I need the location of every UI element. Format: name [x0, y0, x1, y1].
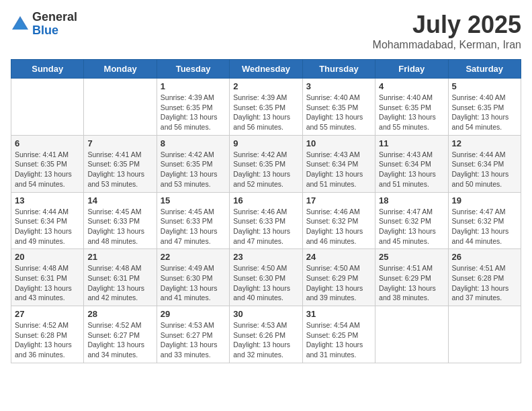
- calendar-week-1: 1Sunrise: 4:39 AMSunset: 6:35 PMDaylight…: [11, 79, 521, 136]
- day-number: 6: [15, 138, 80, 148]
- day-info: Sunrise: 4:52 AMSunset: 6:28 PMDaylight:…: [15, 320, 80, 360]
- calendar-cell: 15Sunrise: 4:45 AMSunset: 6:33 PMDayligh…: [157, 192, 229, 249]
- day-number: 20: [15, 252, 80, 262]
- day-number: 28: [87, 309, 152, 319]
- weekday-header-wednesday: Wednesday: [230, 60, 302, 79]
- calendar-cell: 9Sunrise: 4:42 AMSunset: 6:35 PMDaylight…: [230, 135, 302, 192]
- calendar-cell: 28Sunrise: 4:52 AMSunset: 6:27 PMDayligh…: [84, 306, 157, 363]
- logo-blue-text: Blue: [32, 24, 77, 38]
- calendar-cell: 29Sunrise: 4:53 AMSunset: 6:27 PMDayligh…: [157, 306, 229, 363]
- day-info: Sunrise: 4:41 AMSunset: 6:35 PMDaylight:…: [87, 150, 152, 189]
- day-number: 5: [452, 81, 517, 91]
- calendar-cell: 7Sunrise: 4:41 AMSunset: 6:35 PMDaylight…: [84, 135, 157, 192]
- calendar-cell: 12Sunrise: 4:44 AMSunset: 6:34 PMDayligh…: [448, 135, 521, 192]
- day-number: 15: [161, 195, 226, 205]
- day-number: 3: [306, 81, 371, 91]
- day-info: Sunrise: 4:54 AMSunset: 6:25 PMDaylight:…: [306, 320, 371, 360]
- calendar-cell: 19Sunrise: 4:47 AMSunset: 6:32 PMDayligh…: [448, 192, 521, 249]
- day-number: 30: [233, 309, 298, 319]
- day-info: Sunrise: 4:49 AMSunset: 6:30 PMDaylight:…: [161, 263, 226, 303]
- day-info: Sunrise: 4:44 AMSunset: 6:34 PMDaylight:…: [15, 207, 80, 246]
- day-info: Sunrise: 4:46 AMSunset: 6:33 PMDaylight:…: [233, 207, 298, 246]
- day-info: Sunrise: 4:40 AMSunset: 6:35 PMDaylight:…: [379, 93, 444, 132]
- day-info: Sunrise: 4:42 AMSunset: 6:35 PMDaylight:…: [233, 150, 298, 189]
- logo-text: General Blue: [32, 11, 77, 38]
- day-number: 8: [161, 138, 226, 148]
- calendar-cell: 27Sunrise: 4:52 AMSunset: 6:28 PMDayligh…: [11, 306, 84, 363]
- day-number: 16: [233, 195, 298, 205]
- calendar-cell: 26Sunrise: 4:51 AMSunset: 6:28 PMDayligh…: [448, 249, 521, 306]
- title-block: July 2025 Mohammadabad, Kerman, Iran: [373, 11, 521, 51]
- calendar-cell: 1Sunrise: 4:39 AMSunset: 6:35 PMDaylight…: [157, 79, 229, 136]
- calendar-cell: 5Sunrise: 4:40 AMSunset: 6:35 PMDaylight…: [448, 79, 521, 136]
- day-info: Sunrise: 4:53 AMSunset: 6:26 PMDaylight:…: [233, 320, 298, 360]
- day-number: 23: [233, 252, 298, 262]
- day-number: 27: [15, 309, 80, 319]
- calendar-cell: 21Sunrise: 4:48 AMSunset: 6:31 PMDayligh…: [84, 249, 157, 306]
- day-info: Sunrise: 4:39 AMSunset: 6:35 PMDaylight:…: [233, 93, 298, 132]
- calendar-cell: 6Sunrise: 4:41 AMSunset: 6:35 PMDaylight…: [11, 135, 84, 192]
- day-number: 29: [161, 309, 226, 319]
- calendar-cell: 8Sunrise: 4:42 AMSunset: 6:35 PMDaylight…: [157, 135, 229, 192]
- day-info: Sunrise: 4:52 AMSunset: 6:27 PMDaylight:…: [87, 320, 152, 360]
- calendar-body: 1Sunrise: 4:39 AMSunset: 6:35 PMDaylight…: [11, 79, 521, 363]
- calendar-cell: 3Sunrise: 4:40 AMSunset: 6:35 PMDaylight…: [302, 79, 375, 136]
- logo: General Blue: [11, 11, 77, 38]
- calendar-cell: 23Sunrise: 4:50 AMSunset: 6:30 PMDayligh…: [230, 249, 302, 306]
- logo-general-text: General: [32, 11, 77, 24]
- calendar-cell: 2Sunrise: 4:39 AMSunset: 6:35 PMDaylight…: [230, 79, 302, 136]
- day-info: Sunrise: 4:53 AMSunset: 6:27 PMDaylight:…: [161, 320, 226, 360]
- weekday-header-sunday: Sunday: [11, 60, 84, 79]
- day-number: 17: [306, 195, 371, 205]
- calendar-cell: [448, 306, 521, 363]
- calendar-cell: 18Sunrise: 4:47 AMSunset: 6:32 PMDayligh…: [375, 192, 448, 249]
- weekday-row: SundayMondayTuesdayWednesdayThursdayFrid…: [11, 60, 521, 79]
- day-number: 7: [87, 138, 152, 148]
- day-info: Sunrise: 4:43 AMSunset: 6:34 PMDaylight:…: [379, 150, 444, 189]
- weekday-header-thursday: Thursday: [302, 60, 375, 79]
- calendar-cell: [375, 306, 448, 363]
- day-number: 22: [161, 252, 226, 262]
- day-number: 4: [379, 81, 444, 91]
- weekday-header-monday: Monday: [84, 60, 157, 79]
- day-number: 18: [379, 195, 444, 205]
- calendar-cell: 30Sunrise: 4:53 AMSunset: 6:26 PMDayligh…: [230, 306, 302, 363]
- day-number: 25: [379, 252, 444, 262]
- day-info: Sunrise: 4:47 AMSunset: 6:32 PMDaylight:…: [379, 207, 444, 246]
- day-number: 13: [15, 195, 80, 205]
- day-info: Sunrise: 4:50 AMSunset: 6:30 PMDaylight:…: [233, 263, 298, 303]
- weekday-header-saturday: Saturday: [448, 60, 521, 79]
- calendar-cell: 11Sunrise: 4:43 AMSunset: 6:34 PMDayligh…: [375, 135, 448, 192]
- day-number: 10: [306, 138, 371, 148]
- calendar-cell: 31Sunrise: 4:54 AMSunset: 6:25 PMDayligh…: [302, 306, 375, 363]
- day-info: Sunrise: 4:45 AMSunset: 6:33 PMDaylight:…: [87, 207, 152, 246]
- page-header: General Blue July 2025 Mohammadabad, Ker…: [11, 11, 521, 51]
- day-info: Sunrise: 4:40 AMSunset: 6:35 PMDaylight:…: [452, 93, 517, 132]
- calendar-week-3: 13Sunrise: 4:44 AMSunset: 6:34 PMDayligh…: [11, 192, 521, 249]
- calendar-cell: 20Sunrise: 4:48 AMSunset: 6:31 PMDayligh…: [11, 249, 84, 306]
- calendar-cell: 13Sunrise: 4:44 AMSunset: 6:34 PMDayligh…: [11, 192, 84, 249]
- day-info: Sunrise: 4:43 AMSunset: 6:34 PMDaylight:…: [306, 150, 371, 189]
- day-info: Sunrise: 4:45 AMSunset: 6:33 PMDaylight:…: [161, 207, 226, 246]
- day-number: 2: [233, 81, 298, 91]
- calendar-cell: 17Sunrise: 4:46 AMSunset: 6:32 PMDayligh…: [302, 192, 375, 249]
- day-info: Sunrise: 4:39 AMSunset: 6:35 PMDaylight:…: [161, 93, 226, 132]
- day-number: 14: [87, 195, 152, 205]
- calendar-cell: 4Sunrise: 4:40 AMSunset: 6:35 PMDaylight…: [375, 79, 448, 136]
- day-info: Sunrise: 4:41 AMSunset: 6:35 PMDaylight:…: [15, 150, 80, 189]
- day-info: Sunrise: 4:42 AMSunset: 6:35 PMDaylight:…: [161, 150, 226, 189]
- month-title: July 2025: [373, 11, 521, 39]
- day-info: Sunrise: 4:47 AMSunset: 6:32 PMDaylight:…: [452, 207, 517, 246]
- location-title: Mohammadabad, Kerman, Iran: [373, 39, 521, 51]
- day-number: 26: [452, 252, 517, 262]
- day-number: 12: [452, 138, 517, 148]
- calendar-cell: 16Sunrise: 4:46 AMSunset: 6:33 PMDayligh…: [230, 192, 302, 249]
- calendar-cell: 14Sunrise: 4:45 AMSunset: 6:33 PMDayligh…: [84, 192, 157, 249]
- day-info: Sunrise: 4:51 AMSunset: 6:29 PMDaylight:…: [379, 263, 444, 303]
- calendar-table: SundayMondayTuesdayWednesdayThursdayFrid…: [11, 59, 521, 363]
- day-info: Sunrise: 4:48 AMSunset: 6:31 PMDaylight:…: [87, 263, 152, 303]
- calendar-cell: 25Sunrise: 4:51 AMSunset: 6:29 PMDayligh…: [375, 249, 448, 306]
- day-info: Sunrise: 4:51 AMSunset: 6:28 PMDaylight:…: [452, 263, 517, 303]
- calendar-week-5: 27Sunrise: 4:52 AMSunset: 6:28 PMDayligh…: [11, 306, 521, 363]
- logo-icon: [11, 15, 30, 34]
